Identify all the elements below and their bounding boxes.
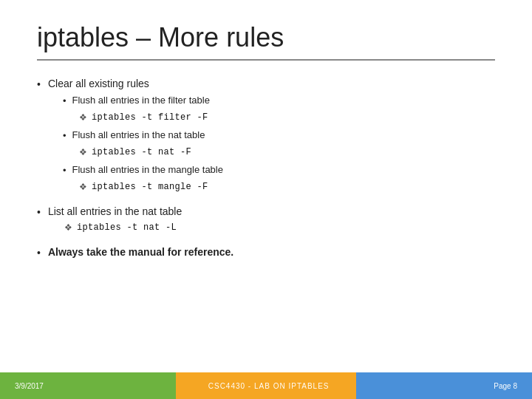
label-nat: Flush all entries in the nat table <box>72 128 205 143</box>
bullet-marker-list: • <box>37 204 41 220</box>
code-text-filter: iptables -t filter -F <box>92 111 208 125</box>
footer-date: 3/9/2017 <box>15 382 44 390</box>
code-mangle: ❖ iptables -t mangle -F <box>79 180 223 194</box>
label-list-nat: List all entries in the nat table <box>48 205 182 217</box>
bullet-mangle: • Flush all entries in the mangle table <box>63 163 223 179</box>
slide-title: iptables – More rules <box>37 22 495 61</box>
diamond-icon: ❖ <box>79 111 87 125</box>
code-line-list-nat: ❖ iptables -t nat -L <box>64 221 182 235</box>
slide-footer: 3/9/2017 CSC4430 - LAB ON IPTABLES Page … <box>0 372 532 399</box>
diamond-icon-mangle: ❖ <box>79 180 87 194</box>
bullet-clear-all: • Clear all existing rules • Flush all e… <box>37 75 495 197</box>
diamond-icon-nat: ❖ <box>79 146 87 160</box>
sub-bullets-clear-all: • Flush all entries in the filter table … <box>63 93 223 194</box>
bullet-marker-mangle: • <box>63 163 66 179</box>
label-clear-all: Clear all existing rules <box>48 78 149 89</box>
bullet-manual: • Always take the manual for reference. <box>37 244 495 261</box>
code-line-mangle: ❖ iptables -t mangle -F <box>79 180 223 194</box>
bullet-marker: • <box>37 76 41 92</box>
code-text-list-nat: iptables -t nat -L <box>77 221 177 235</box>
code-nat: ❖ iptables -t nat -F <box>79 146 223 160</box>
bullet-marker-nat: • <box>63 129 66 144</box>
bullet-marker-manual: • <box>37 245 41 261</box>
bullet-nat: • Flush all entries in the nat table <box>63 128 223 144</box>
section-clear-all: • Clear all existing rules • Flush all e… <box>37 75 495 197</box>
bullet-list-nat: • List all entries in the nat table ❖ ip… <box>37 203 495 238</box>
footer-center-text: CSC4430 - LAB ON IPTABLES <box>44 382 494 390</box>
code-text-mangle: iptables -t mangle -F <box>92 180 208 194</box>
code-text-nat: iptables -t nat -F <box>92 146 191 160</box>
section-manual: • Always take the manual for reference. <box>37 244 495 261</box>
label-mangle: Flush all entries in the mangle table <box>72 163 223 178</box>
content-area: • Clear all existing rules • Flush all e… <box>37 75 495 261</box>
footer-page: Page 8 <box>494 382 517 390</box>
label-manual: Always take the manual for reference. <box>48 244 233 260</box>
main-content: iptables – More rules • Clear all existi… <box>0 0 532 372</box>
code-list-nat: ❖ iptables -t nat -L <box>64 221 182 235</box>
label-filter: Flush all entries in the filter table <box>72 93 209 109</box>
slide: iptables – More rules • Clear all existi… <box>0 0 532 399</box>
code-line-nat: ❖ iptables -t nat -F <box>79 146 223 160</box>
section-list-nat: • List all entries in the nat table ❖ ip… <box>37 203 495 238</box>
bullet-filter: • Flush all entries in the filter table <box>63 93 223 109</box>
bullet-marker-filter: • <box>63 94 66 109</box>
diamond-icon-list: ❖ <box>64 221 72 235</box>
code-filter: ❖ iptables -t filter -F <box>79 111 223 125</box>
code-line-filter: ❖ iptables -t filter -F <box>79 111 223 125</box>
